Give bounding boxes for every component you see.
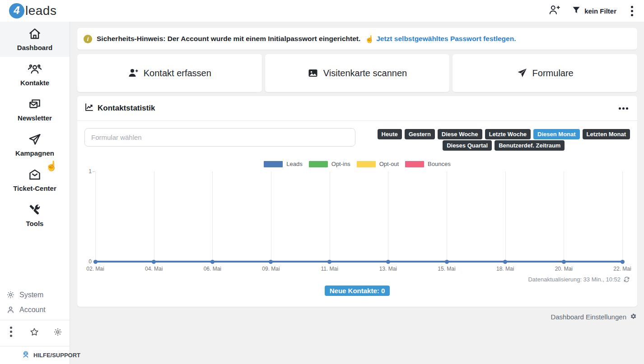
sidebar-item-account[interactable]: Account (0, 302, 70, 317)
home-icon (28, 27, 42, 41)
contact-statistics-chart: Leads Opt-ins Opt-out (84, 161, 630, 296)
app-logo[interactable]: 4 leads (9, 3, 56, 18)
data-point[interactable] (621, 260, 625, 264)
set-password-link[interactable]: ☝ Jetzt selbstgewähltes Passwort festleg… (365, 35, 516, 43)
sidebar-item-label: Newsletter (18, 114, 52, 122)
data-point[interactable] (327, 260, 331, 264)
favorites-star-icon[interactable] (29, 327, 39, 337)
person-add-icon (128, 68, 139, 78)
data-point[interactable] (503, 260, 507, 264)
sidebar-item-ticket-center[interactable]: Ticket-Center (0, 162, 70, 198)
range-button-diesen-monat[interactable]: Diesen Monat (533, 129, 580, 139)
legend-label: Opt-ins (331, 161, 350, 167)
quick-action-label: Formulare (532, 68, 574, 78)
account-label: Account (19, 306, 46, 314)
range-button-diese-woche[interactable]: Diese Woche (438, 129, 482, 139)
sidebar-item-dashboard[interactable]: Dashboard (0, 22, 70, 57)
y-axis-tick-label: 1 (89, 168, 92, 175)
logo-mark-icon: 4 (9, 3, 24, 18)
sidebar-item-label: Tools (26, 220, 44, 227)
x-axis-tick-label: 04. Mai (145, 266, 163, 272)
contact-statistics-panel: Kontaktstatistik Heute Gestern Diese Woc… (77, 96, 637, 307)
scan-business-card-card[interactable]: Visitenkarte scannen (265, 54, 450, 92)
sidebar-item-kampagnen[interactable]: Kampagnen (0, 127, 70, 162)
leads-series-line (95, 261, 622, 263)
dashboard-settings-link[interactable]: Dashboard Einstellungen (77, 313, 637, 321)
sidebar-item-newsletter[interactable]: Newsletter (0, 92, 70, 127)
range-button-benutzerdef-zeitraum[interactable]: Benutzerdef. Zeitraum (495, 140, 565, 151)
tools-icon (28, 203, 42, 217)
dashboard-settings-label: Dashboard Einstellungen (551, 313, 626, 321)
kebab-menu-icon[interactable] (628, 4, 636, 18)
range-button-dieses-quartal[interactable]: Dieses Quartal (443, 140, 492, 151)
legend-swatch-bounces (405, 161, 424, 167)
range-button-letzten-monat[interactable]: Letzten Monat (583, 129, 630, 139)
refresh-icon[interactable] (623, 276, 630, 283)
logo-text: leads (25, 4, 56, 18)
image-icon (308, 68, 318, 78)
chart-plot-area: 1 0 02. Mai 04. Mai 06. Mai 09. Mai 11. … (95, 171, 622, 262)
filter-button[interactable]: kein Filter (572, 5, 616, 16)
data-point[interactable] (445, 260, 449, 264)
set-password-link-text: Jetzt selbstgewähltes Passwort festlegen… (376, 35, 516, 43)
chart-line-icon (84, 102, 94, 114)
x-axis-tick-label: 15. Mai (438, 266, 455, 272)
gear-icon (630, 313, 637, 321)
legend-item-opt-out[interactable]: Opt-out (357, 161, 399, 167)
filter-icon (572, 5, 581, 16)
chart-legend: Leads Opt-ins Opt-out (84, 161, 630, 167)
paper-plane-icon (517, 68, 527, 78)
data-point[interactable] (152, 260, 156, 264)
capture-contact-card[interactable]: Kontakt erfassen (77, 54, 262, 92)
open-envelope-icon (28, 168, 42, 181)
app-window: 4 leads kein Filter (0, 0, 644, 364)
legend-item-leads[interactable]: Leads (264, 161, 302, 167)
top-header: 4 leads kein Filter (0, 0, 644, 22)
quick-actions-row: Kontakt erfassen Visitenkarte scannen Fo… (77, 54, 637, 92)
x-axis-tick-label: 22. Mai (613, 266, 631, 272)
sidebar-item-label: Ticket-Center (13, 184, 56, 192)
data-point[interactable] (386, 260, 390, 264)
data-point[interactable] (562, 260, 566, 264)
x-axis-tick-label: 20. Mai (555, 266, 573, 272)
add-contact-button[interactable] (548, 4, 560, 18)
x-axis-tick-label: 13. Mai (379, 266, 397, 272)
panel-title-text: Kontaktstatistik (98, 104, 155, 113)
x-axis-tick-label: 11. Mai (321, 266, 338, 272)
info-icon: i (84, 35, 92, 43)
forms-card[interactable]: Formulare (453, 54, 637, 92)
data-point[interactable] (210, 260, 215, 264)
range-button-letzte-woche[interactable]: Letzte Woche (485, 129, 531, 139)
refresh-note: Datenaktualisierung: 33 Min., 10:52 (528, 276, 621, 283)
range-button-heute[interactable]: Heute (378, 129, 402, 139)
settings-gear-icon[interactable] (53, 327, 62, 336)
legend-label: Opt-out (379, 161, 399, 167)
legend-item-opt-ins[interactable]: Opt-ins (309, 161, 350, 167)
legend-item-bounces[interactable]: Bounces (405, 161, 451, 167)
x-axis-tick-label: 06. Mai (204, 266, 221, 272)
form-select-input[interactable] (84, 128, 355, 147)
panel-menu-icon[interactable] (617, 106, 630, 111)
x-axis-tick-label: 09. Mai (262, 266, 280, 272)
sidebar-item-system[interactable]: System (0, 287, 70, 302)
data-point[interactable] (269, 260, 273, 264)
date-range-filter: Heute Gestern Diese Woche Letzte Woche D… (378, 128, 630, 151)
support-headset-icon (22, 350, 30, 360)
main-content: i Sicherheits-Hinweis: Der Account wurde… (70, 22, 644, 364)
data-point[interactable] (93, 260, 98, 264)
legend-swatch-leads (264, 161, 283, 167)
y-axis-tick-label: 0 (89, 258, 92, 265)
legend-label: Bounces (428, 161, 451, 167)
more-options-icon[interactable] (7, 325, 15, 339)
filter-label: kein Filter (584, 7, 616, 15)
support-label: HILFE/SUPPORT (33, 352, 80, 359)
paper-plane-icon (28, 133, 42, 146)
range-button-gestern[interactable]: Gestern (405, 129, 435, 139)
panel-title: Kontaktstatistik (84, 102, 155, 114)
sidebar-item-kontakte[interactable]: Kontakte (0, 57, 70, 92)
legend-swatch-opt-ins (309, 161, 328, 167)
sidebar-item-label: Kampagnen (15, 149, 54, 157)
sidebar-item-tools[interactable]: Tools (0, 198, 70, 233)
x-axis-tick-label: 18. Mai (496, 266, 514, 272)
help-support-link[interactable]: HILFE/SUPPORT (0, 346, 70, 364)
